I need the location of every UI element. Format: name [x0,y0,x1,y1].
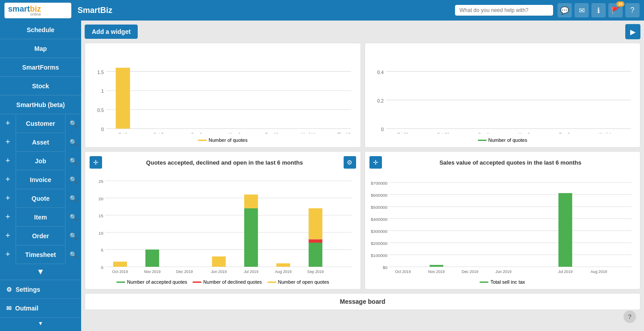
info-icon[interactable]: ℹ [591,3,606,17]
sidebar-item-invoice[interactable]: Invoice [16,176,65,183]
sidebar-item-customer[interactable]: Customer [16,120,65,127]
svg-text:Thu 12: Thu 12 [337,132,351,133]
sidebar-outmail[interactable]: ✉ Outmail [0,299,81,318]
legend-dot-declined [193,281,201,283]
play-button[interactable]: ▶ [625,24,640,39]
legend-label-declined: Number of declined quotes [203,279,262,285]
search-input[interactable] [455,5,553,16]
svg-text:Tue 3: Tue 3 [559,132,570,133]
sidebar-item-asset[interactable]: Asset [16,139,65,146]
svg-rect-46 [308,243,322,267]
svg-text:$500000: $500000 [371,205,387,210]
svg-rect-73 [558,193,572,267]
sidebar-more-button[interactable]: ▼ [0,264,81,280]
svg-text:Jul 2019: Jul 2019 [558,270,573,274]
add-asset-button[interactable]: + [0,133,16,152]
svg-text:Sun 1: Sun 1 [478,132,489,133]
svg-text:0.4: 0.4 [377,70,384,75]
add-customer-button[interactable]: + [0,114,16,133]
svg-text:Jun 2019: Jun 2019 [211,270,227,274]
sidebar-item-stock[interactable]: Stock [0,77,81,95]
help-icon[interactable]: ? [625,3,640,17]
svg-text:Fri 6: Fri 6 [119,132,127,133]
search-asset-button[interactable]: 🔍 [65,133,81,152]
sidebar-item-smartforms[interactable]: SmartForms [0,58,81,77]
chart-quotes-6m: 0 5 10 15 20 25 [90,172,356,285]
chat-icon[interactable]: 💬 [558,3,572,17]
chart-sales-6m: $0 $100000 $200000 $300000 $400000 $5000… [369,172,636,285]
header-icons: 💬 ✉ ℹ 🚩 15 ? [558,3,640,17]
svg-text:Aug 2019: Aug 2019 [275,270,291,274]
content-area: Add a widget ▶ 0 0.5 1 1.5 [81,21,644,331]
add-order-button[interactable]: + [0,227,16,245]
svg-text:Sat 7: Sat 7 [154,132,164,133]
sidebar-settings[interactable]: ⚙ Settings [0,280,81,299]
svg-rect-41 [145,250,159,267]
search-customer-button[interactable]: 🔍 [65,114,81,133]
search-timesheet-button[interactable]: 🔍 [65,245,81,264]
svg-rect-8 [116,68,130,129]
sidebar-item-job[interactable]: Job [16,157,65,165]
scroll-down-arrow[interactable]: ▼ [38,319,43,327]
chart-legend-prev-week: Number of quotes [369,137,636,143]
search-item-button[interactable]: 🔍 [65,208,81,227]
chart-svg-week: 0 0.5 1 1.5 [90,48,356,133]
add-item-button[interactable]: + [0,208,16,227]
add-quote-button[interactable]: + [0,189,16,208]
svg-text:Wed 11: Wed 11 [301,132,316,133]
legend-dot-accepted [116,281,125,283]
svg-text:Dec 2019: Dec 2019 [176,270,193,274]
svg-text:0.5: 0.5 [97,108,104,113]
svg-text:$0: $0 [382,265,387,270]
sidebar-item-quote[interactable]: Quote [16,195,65,202]
svg-rect-40 [113,261,127,267]
flag-icon[interactable]: 🚩 15 [608,3,623,17]
legend-accepted: Number of accepted quotes [116,279,187,285]
legend-item-prev-quotes: Number of quotes [478,137,527,143]
legend-label-total-sell: Total sell inc tax [490,279,525,285]
svg-text:$200000: $200000 [371,241,387,246]
search-job-button[interactable]: 🔍 [65,152,81,170]
chart-quotes-this-week: 0 0.5 1 1.5 [90,48,356,143]
sidebar-scroll: ▼ [0,318,81,329]
chart-svg-sales-6m: $0 $100000 $200000 $300000 $400000 $5000… [369,172,636,275]
svg-text:$700000: $700000 [371,181,387,186]
drag-handle-quotes-6m[interactable]: ✛ [90,156,102,169]
sidebar-item-schedule[interactable]: Schedule [0,21,81,39]
add-widget-button[interactable]: Add a widget [85,25,138,39]
add-invoice-button[interactable]: + [0,170,16,189]
svg-text:$300000: $300000 [371,229,387,234]
add-job-button[interactable]: + [0,152,16,170]
floating-help-button[interactable]: ? [623,310,636,323]
legend-label-quotes: Number of quotes [209,137,247,143]
svg-text:Jul 2019: Jul 2019 [244,270,258,274]
svg-text:$100000: $100000 [371,253,387,258]
svg-text:Oct 2019: Oct 2019 [112,270,128,274]
svg-text:0: 0 [101,265,103,270]
drag-handle-sales-6m[interactable]: ✛ [369,156,382,169]
svg-text:0: 0 [381,127,384,132]
search-quote-button[interactable]: 🔍 [65,189,81,208]
svg-text:Tue 10: Tue 10 [265,132,279,133]
legend-declined: Number of declined quotes [193,279,262,285]
sidebar-item-smarthub[interactable]: SmartHub (beta) [0,95,81,114]
svg-text:1.5: 1.5 [97,70,104,75]
widget-header-quotes-6m: ✛ Quotes accepted, declined and open in … [90,156,356,169]
svg-rect-42 [212,257,226,267]
sidebar-item-item[interactable]: Item [16,214,65,221]
logo: smartbiz online [4,3,71,18]
message-board: Message board [85,293,640,310]
sidebar-item-order[interactable]: Order [16,232,65,240]
search-invoice-button[interactable]: 🔍 [65,170,81,189]
sidebar-item-map[interactable]: Map [0,39,81,58]
svg-text:0.2: 0.2 [377,98,384,103]
widget-settings-quotes-6m[interactable]: ⚙ [344,156,356,169]
add-timesheet-button[interactable]: + [0,245,16,264]
search-order-button[interactable]: 🔍 [65,227,81,245]
sidebar-item-timesheet[interactable]: Timesheet [16,251,65,258]
svg-text:Jun 2019: Jun 2019 [495,270,511,274]
legend-label-open: Number of open quotes [278,279,329,285]
svg-text:Dec 2019: Dec 2019 [461,270,478,274]
chart-prev-week: 0 0.2 0.4 Fri 29 Sat 30 Sun 1 Mon 2 Tue … [369,48,636,143]
send-icon[interactable]: ✉ [574,3,589,17]
